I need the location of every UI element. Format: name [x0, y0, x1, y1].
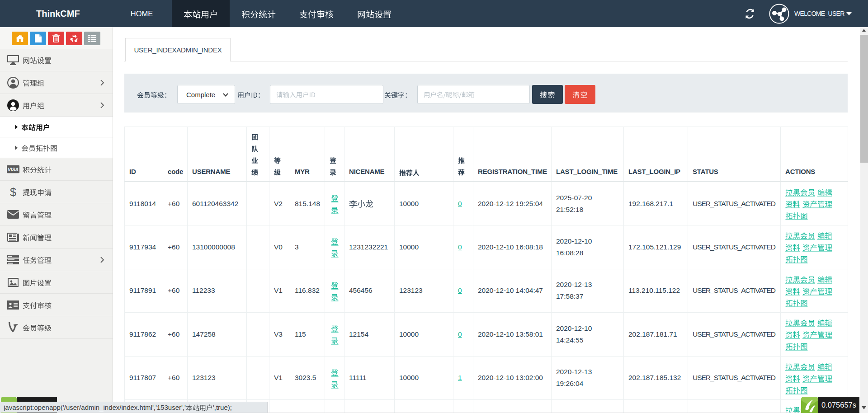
svg-text:VISA: VISA — [8, 167, 19, 172]
svg-text:$: $ — [10, 186, 16, 198]
